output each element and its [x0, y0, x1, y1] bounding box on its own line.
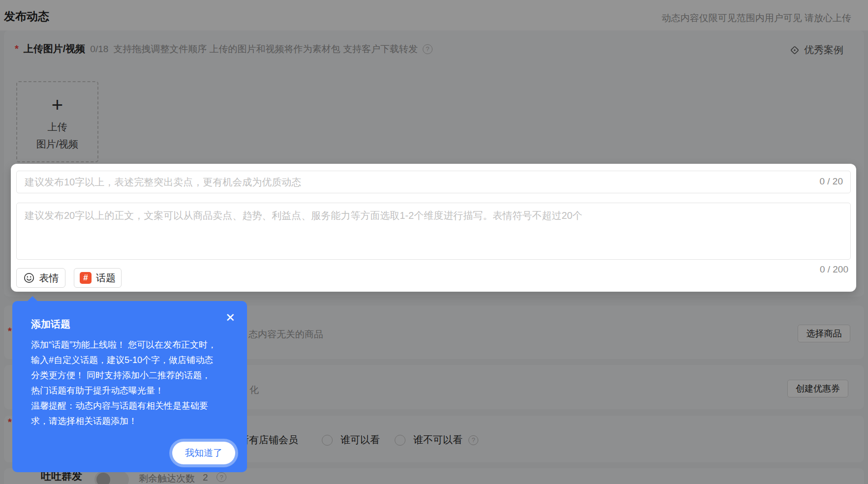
add-topic-guide-tooltip: ✕ 添加话题 添加“话题”功能上线啦！ 您可以在发布正文时，输入#自定义话题，建…: [12, 301, 247, 472]
emoji-button-label: 表情: [39, 272, 59, 285]
post-body-textarea[interactable]: [16, 203, 851, 260]
close-icon[interactable]: ✕: [225, 312, 235, 324]
emoji-button[interactable]: 表情: [16, 268, 65, 288]
post-title-input[interactable]: [16, 171, 851, 193]
hashtag-icon: #: [80, 272, 92, 284]
tooltip-body-paragraph1: 添加“话题”功能上线啦！ 您可以在发布正文时，输入#自定义话题，建议5-10个字…: [31, 340, 217, 395]
body-char-counter: 0 / 200: [820, 264, 848, 275]
title-char-counter: 0 / 20: [819, 176, 843, 187]
tooltip-body-paragraph2: 温馨提醒：动态内容与话题有相关性是基础要求，请选择相关话题添加！: [31, 401, 208, 426]
post-composer-panel: 0 / 20 0 / 200 表情 # 话题: [11, 164, 856, 292]
topic-button-label: 话题: [96, 272, 116, 285]
tooltip-arrow: [27, 296, 38, 302]
tooltip-title: 添加话题: [31, 318, 70, 331]
smiley-icon: [23, 272, 35, 284]
topic-button[interactable]: # 话题: [74, 268, 122, 288]
tooltip-body: 添加“话题”功能上线啦！ 您可以在发布正文时，输入#自定义话题，建议5-10个字…: [31, 337, 219, 429]
got-it-button[interactable]: 我知道了: [172, 442, 235, 464]
